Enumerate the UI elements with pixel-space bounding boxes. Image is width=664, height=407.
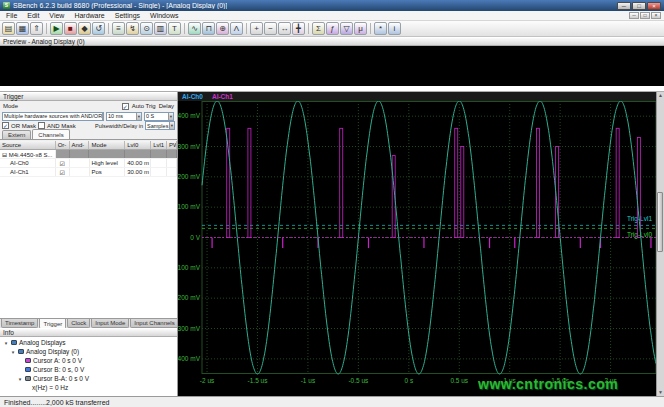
tree-item-label: Analog Displays [19, 339, 66, 346]
group-cell [167, 150, 177, 158]
stop-icon[interactable]: ■ [64, 22, 77, 35]
minimize-button[interactable]: ─ [617, 2, 631, 10]
tree-expander-icon[interactable]: ▾ [10, 349, 16, 355]
column-header-source[interactable]: Source [0, 141, 56, 149]
tree-expander-icon[interactable]: ▾ [17, 376, 23, 382]
mdi-restore-button[interactable]: □ [640, 12, 650, 19]
svg-text:-400 mV: -400 mV [178, 355, 201, 362]
pulsewidth-unit-select[interactable]: Samples ▾ [145, 121, 175, 130]
tree-item[interactable]: ▾Cursor B-A: 0 s 0 V [0, 374, 177, 383]
cursor-icon[interactable]: ╋ [292, 22, 305, 35]
info-panel-header[interactable]: Info [0, 328, 177, 337]
bottom-tab-clock[interactable]: Clock [67, 319, 90, 328]
preview-panel-header[interactable]: Preview - Analog Display (0) [0, 37, 664, 46]
average-icon[interactable]: μ [354, 22, 367, 35]
loop-icon[interactable]: ↺ [92, 22, 105, 35]
bottom-tab-timestamp[interactable]: Timestamp [1, 319, 38, 328]
fft-icon[interactable]: ƒ [326, 22, 339, 35]
pulsewidth-unit-value: Samples [147, 123, 168, 129]
zoom-in-icon[interactable]: + [250, 22, 263, 35]
bottom-tab-input-mode[interactable]: Input Mode [91, 319, 129, 328]
timestamp-icon[interactable]: T [168, 22, 181, 35]
tab-channels[interactable]: Channels [32, 129, 69, 139]
toolbar-separator [308, 23, 309, 34]
or-mask-checkbox[interactable]: ✓ [2, 122, 9, 129]
auto-trig-checkbox[interactable]: ✓ [122, 103, 129, 110]
trigger-selects-row: Multiple hardware sources with AND/OR ▾ … [0, 111, 177, 121]
column-header-lvl0[interactable]: Lvl0 [125, 141, 151, 149]
scope-plot[interactable]: 400 mV300 mV200 mV100 mV0 V-100 mV-200 m… [178, 101, 656, 396]
channel1-legend[interactable]: AI-Ch1 [212, 93, 233, 100]
menu-windows[interactable]: Windows [145, 12, 183, 19]
tree-item[interactable]: x(Hz) = 0 Hz [0, 383, 177, 392]
mdi-window-controls: ─ □ × [629, 12, 663, 19]
tree-item[interactable]: ▾Analog Displays [0, 338, 177, 347]
table-row[interactable]: AI-Ch1☑Pos30.00 m [0, 168, 177, 177]
table-group-row[interactable]: ⊟ M4i.4450-x8 S... [0, 150, 177, 159]
tree-item-label: Cursor A: 0 s 0 V [33, 357, 82, 364]
trigger-mode-select[interactable]: Multiple hardware sources with AND/OR ▾ [2, 112, 104, 121]
svg-text:-100 mV: -100 mV [178, 264, 201, 271]
vertical-scrollbar[interactable]: ▲ ▼ [656, 92, 664, 396]
svg-text:-300 mV: -300 mV [178, 325, 201, 332]
trigger-icon[interactable]: ↯ [126, 22, 139, 35]
preview-panel-title: Preview - Analog Display (0) [3, 38, 85, 45]
save-project-icon[interactable]: ▦ [16, 22, 29, 35]
memory-icon[interactable]: ▥ [154, 22, 167, 35]
scroll-down-icon[interactable]: ▼ [658, 389, 663, 396]
digital-display-icon[interactable]: ⊓ [202, 22, 215, 35]
tab-extern[interactable]: Extern [2, 130, 31, 139]
trigger-delay-select[interactable]: 0 S ▾ [144, 112, 174, 121]
column-header-and[interactable]: And- [70, 141, 90, 149]
tree-item[interactable]: Cursor A: 0 s 0 V [0, 356, 177, 365]
menu-file[interactable]: File [1, 12, 22, 19]
column-header-pw[interactable]: PW [167, 141, 177, 149]
zoom-fit-icon[interactable]: ↔ [278, 22, 291, 35]
menu-view[interactable]: View [44, 12, 69, 19]
info-icon[interactable]: i [388, 22, 401, 35]
filter-icon[interactable]: ▽ [340, 22, 353, 35]
tree-item[interactable]: Cursor B: 0 s, 0 V [0, 365, 177, 374]
svg-text:0 V: 0 V [190, 234, 200, 241]
svg-text:0.5 us: 0.5 us [450, 377, 468, 384]
scrollbar-thumb[interactable] [657, 192, 663, 252]
menu-edit[interactable]: Edit [22, 12, 44, 19]
menu-settings[interactable]: Settings [110, 12, 145, 19]
spectrum-display-icon[interactable]: Λ [230, 22, 243, 35]
menu-hardware[interactable]: Hardware [69, 12, 109, 19]
table-row[interactable]: AI-Ch0☑High level40.00 m [0, 159, 177, 168]
bottom-tab-input-channels[interactable]: Input Channels [130, 319, 178, 328]
and-mask-checkbox[interactable] [38, 122, 45, 129]
open-project-icon[interactable]: ▤ [2, 22, 15, 35]
xy-display-icon[interactable]: ⊕ [216, 22, 229, 35]
column-header-or[interactable]: Or- [56, 141, 70, 149]
start-icon[interactable]: ▶ [50, 22, 63, 35]
tree-item[interactable]: ▾Analog Display (0) [0, 347, 177, 356]
zoom-out-icon[interactable]: − [264, 22, 277, 35]
tree-item-label: x(Hz) = 0 Hz [32, 384, 68, 391]
column-header-lvl1[interactable]: Lvl1 [151, 141, 167, 149]
analog-display-icon[interactable]: ∿ [188, 22, 201, 35]
auto-trig-timeout-select[interactable]: 10 ms ▾ [106, 112, 142, 121]
clock-icon[interactable]: ⊙ [140, 22, 153, 35]
status-text: Finished........2,000 kS transferred [4, 399, 109, 406]
export-icon[interactable]: ⇑ [30, 22, 43, 35]
mdi-close-button[interactable]: × [651, 12, 661, 19]
input-channels-icon[interactable]: ≡ [112, 22, 125, 35]
settings-icon[interactable]: * [374, 22, 387, 35]
trigger-table: SourceOr-And-ModeLvl0Lvl1PW ⊟ M4i.4450-x… [0, 141, 177, 318]
mdi-minimize-button[interactable]: ─ [629, 12, 639, 19]
calc-icon[interactable]: Σ [312, 22, 325, 35]
trigger-panel-header[interactable]: Trigger [0, 92, 177, 101]
watermark: www.cntronics.com [478, 376, 618, 392]
close-button[interactable]: × [647, 2, 661, 10]
column-header-mode[interactable]: Mode [89, 141, 125, 149]
trigger-panel-title: Trigger [3, 93, 23, 100]
maximize-button[interactable]: □ [632, 2, 646, 10]
scroll-up-icon[interactable]: ▲ [658, 92, 663, 99]
single-shot-icon[interactable]: ◆ [78, 22, 91, 35]
channel0-legend[interactable]: AI-Ch0 [182, 93, 203, 100]
tree-expander-icon[interactable]: ▾ [3, 340, 9, 346]
preview-display[interactable] [0, 46, 664, 86]
mode-label: Mode [3, 103, 18, 109]
